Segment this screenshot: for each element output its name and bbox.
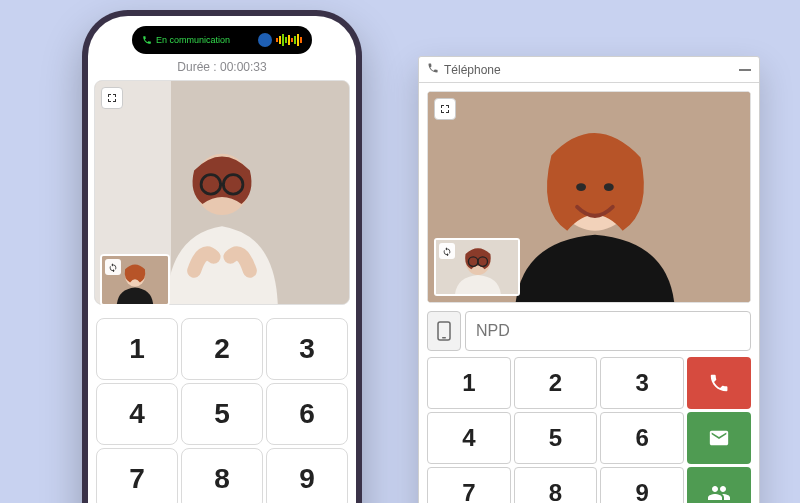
call-duration: Durée : 00:00:33	[88, 60, 356, 74]
widget-title: Téléphone	[444, 63, 501, 77]
face-icon	[258, 33, 272, 47]
phone-device-frame: En communication	[82, 10, 362, 503]
mobile-device-icon	[437, 321, 451, 341]
widget-key-6[interactable]: 6	[600, 412, 684, 464]
call-status-indicator: En communication	[142, 31, 230, 49]
widget-key-7[interactable]: 7	[427, 467, 511, 503]
phone-key-7[interactable]: 7	[96, 448, 178, 503]
expand-video-button[interactable]	[434, 98, 456, 120]
phone-key-8[interactable]: 8	[181, 448, 263, 503]
phone-key-9[interactable]: 9	[266, 448, 348, 503]
dial-row	[419, 311, 759, 351]
phone-key-5[interactable]: 5	[181, 383, 263, 445]
phone-icon	[427, 62, 439, 77]
dial-input[interactable]	[465, 311, 751, 351]
widget-key-9[interactable]: 9	[600, 467, 684, 503]
phone-keypad: 1 2 3 4 5 6 7 8 9	[92, 314, 352, 503]
swap-icon	[442, 246, 452, 256]
call-action-button[interactable]	[687, 357, 751, 409]
svg-rect-4	[288, 35, 290, 45]
swap-icon	[108, 262, 118, 272]
svg-rect-7	[297, 34, 299, 46]
expand-icon	[106, 92, 118, 104]
dynamic-island[interactable]: En communication	[132, 26, 312, 54]
swap-camera-button[interactable]	[105, 259, 121, 275]
phone-icon	[142, 31, 152, 49]
svg-rect-24	[442, 337, 446, 339]
widget-key-1[interactable]: 1	[427, 357, 511, 409]
call-status-label: En communication	[156, 35, 230, 45]
mail-action-button[interactable]	[687, 412, 751, 464]
svg-rect-3	[285, 37, 287, 43]
svg-rect-8	[300, 37, 302, 43]
device-selector-button[interactable]	[427, 311, 461, 351]
svg-point-17	[576, 183, 586, 191]
island-right-cluster	[258, 33, 302, 47]
widget-key-5[interactable]: 5	[514, 412, 598, 464]
swap-camera-button[interactable]	[439, 243, 455, 259]
phone-key-1[interactable]: 1	[96, 318, 178, 380]
widget-key-3[interactable]: 3	[600, 357, 684, 409]
expand-icon	[439, 103, 451, 115]
telephone-widget-window: Téléphone	[418, 56, 760, 503]
minimize-button[interactable]	[739, 69, 751, 71]
phone-key-6[interactable]: 6	[266, 383, 348, 445]
expand-video-button[interactable]	[101, 87, 123, 109]
group-action-button[interactable]	[687, 467, 751, 503]
widget-key-8[interactable]: 8	[514, 467, 598, 503]
svg-point-18	[604, 183, 614, 191]
phone-key-3[interactable]: 3	[266, 318, 348, 380]
widget-self-view-pip[interactable]	[434, 238, 520, 296]
phone-key-2[interactable]: 2	[181, 318, 263, 380]
group-icon	[707, 481, 731, 503]
svg-rect-6	[294, 36, 296, 44]
widget-main-video[interactable]	[427, 91, 751, 303]
svg-rect-5	[291, 38, 293, 42]
widget-keypad: 1 2 3 4 5 6 7 8 9	[419, 351, 759, 503]
phone-self-view-pip[interactable]	[100, 254, 170, 306]
widget-titlebar[interactable]: Téléphone	[419, 57, 759, 83]
mail-icon	[708, 427, 730, 449]
phone-key-4[interactable]: 4	[96, 383, 178, 445]
widget-key-2[interactable]: 2	[514, 357, 598, 409]
audio-wave-icon	[276, 33, 302, 47]
svg-rect-1	[279, 36, 281, 44]
widget-key-4[interactable]: 4	[427, 412, 511, 464]
phone-icon	[708, 372, 730, 394]
phone-screen: En communication	[88, 16, 356, 503]
svg-rect-2	[282, 34, 284, 46]
svg-rect-0	[276, 38, 278, 42]
